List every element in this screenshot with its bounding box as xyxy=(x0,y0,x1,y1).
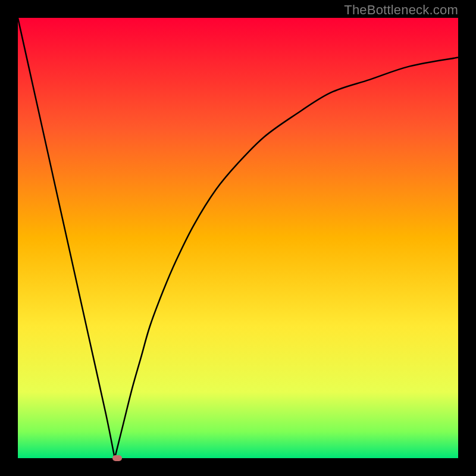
curve-left xyxy=(18,18,115,458)
chart-frame: TheBottleneck.com xyxy=(0,0,476,476)
curve-svg xyxy=(18,18,458,458)
curve-right xyxy=(115,58,458,458)
watermark-text: TheBottleneck.com xyxy=(344,2,458,18)
notch-marker xyxy=(112,455,122,461)
